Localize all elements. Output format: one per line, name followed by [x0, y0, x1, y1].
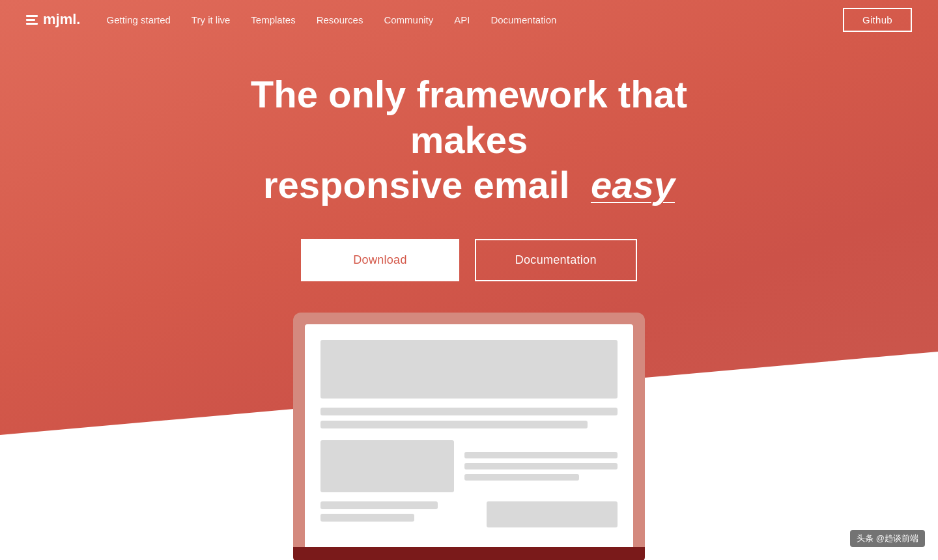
- mockup-text-lines: [320, 408, 618, 428]
- laptop-mockup: [293, 313, 645, 560]
- mockup-bottom-right: [487, 501, 618, 527]
- nav-resources[interactable]: Resources: [317, 14, 363, 25]
- laptop-base: [293, 547, 645, 560]
- mockup-bottom-line-2: [320, 514, 414, 522]
- navbar: mjml. Getting started Try it live Templa…: [0, 0, 938, 39]
- mockup-bottom-row: [320, 501, 618, 527]
- hero-headline-line2: responsive email easy: [263, 163, 675, 206]
- hero-headline-line1: The only framework that makes: [251, 73, 687, 161]
- mockup-col-image: [320, 440, 454, 492]
- mockup-col-line-3: [464, 474, 579, 481]
- nav-try-it-live[interactable]: Try it live: [192, 14, 230, 25]
- download-button[interactable]: Download: [301, 239, 459, 281]
- mockup-col-line-1: [464, 452, 618, 458]
- logo-icon: [26, 15, 38, 25]
- documentation-button[interactable]: Documentation: [475, 239, 637, 281]
- laptop-screen-inner: [305, 324, 633, 547]
- hero-content: The only framework that makes responsive…: [0, 0, 938, 560]
- mockup-bottom-left: [320, 501, 476, 527]
- mockup-line-1: [320, 408, 618, 415]
- nav-templates[interactable]: Templates: [251, 14, 295, 25]
- nav-links: Getting started Try it live Templates Re…: [106, 14, 843, 25]
- hero-headline: The only framework that makes responsive…: [241, 72, 697, 208]
- watermark: 头条 @趋谈前端: [850, 530, 925, 547]
- nav-documentation[interactable]: Documentation: [490, 14, 556, 25]
- logo-link[interactable]: mjml.: [26, 11, 80, 28]
- mockup-col-text: [464, 440, 618, 492]
- nav-community[interactable]: Community: [384, 14, 433, 25]
- nav-getting-started[interactable]: Getting started: [106, 14, 170, 25]
- hero-buttons: Download Documentation: [301, 239, 636, 281]
- laptop: [293, 313, 645, 560]
- mockup-bottom-line-1: [320, 501, 438, 509]
- hero-section: mjml. Getting started Try it live Templa…: [0, 0, 938, 560]
- hero-headline-emphasis: easy: [591, 163, 675, 206]
- github-button[interactable]: Github: [843, 8, 912, 32]
- logo-text: mjml.: [43, 11, 80, 28]
- mockup-two-col: [320, 440, 618, 492]
- mockup-line-2: [320, 421, 588, 428]
- nav-api[interactable]: API: [454, 14, 470, 25]
- laptop-screen-outer: [293, 313, 645, 547]
- mockup-header-image: [320, 340, 618, 399]
- mockup-col-line-2: [464, 463, 618, 469]
